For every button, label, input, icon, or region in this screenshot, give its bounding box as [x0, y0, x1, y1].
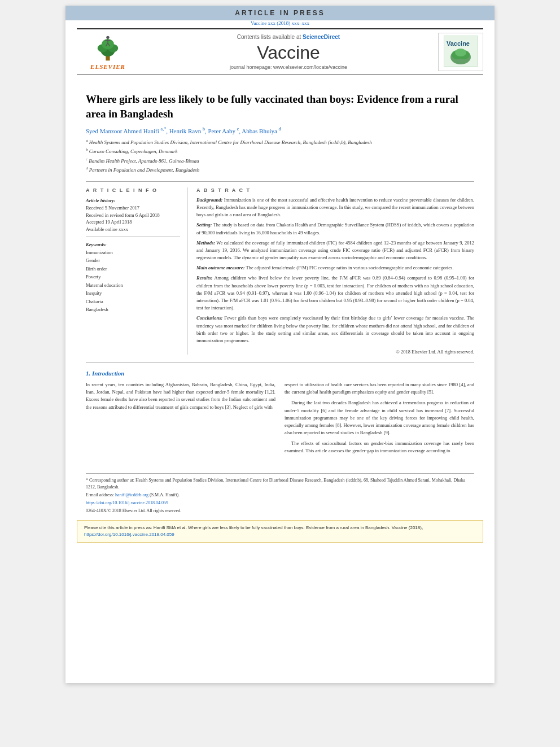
citation-prefix: Please cite this article in press as: Ha…	[84, 525, 423, 530]
doi-footnote-link[interactable]: https://doi.org/10.1016/j.vaccine.2018.0…	[86, 500, 168, 505]
article-title: Where girls are less likely to be fully …	[86, 92, 474, 121]
elsevier-label: ELSEVIER	[90, 63, 125, 70]
citation-bar: Please cite this article in press as: Ha…	[77, 520, 483, 543]
elsevier-logo: ELSEVIER	[77, 34, 139, 70]
vaccine-logo-label: Vaccine	[444, 36, 478, 68]
corresponding-author-text: * Corresponding author at: Health System…	[86, 478, 465, 490]
email-note: E-mail address: hanifi@icddrb.org (S.M.A…	[86, 492, 474, 499]
copyright-line: © 2018 Elsevier Ltd. All rights reserved…	[196, 349, 474, 355]
article-page: ARTICLE IN PRESS Vaccine xxx (2018) xxx–…	[65, 6, 495, 683]
article-info-column: A R T I C L E I N F O Article history: R…	[86, 187, 187, 355]
journal-header: ELSEVIER Contents lists available at Sci…	[77, 28, 483, 75]
sciencedirect-prefix: Contents lists available at	[237, 34, 303, 40]
homepage-prefix: journal homepage:	[230, 64, 273, 70]
issn-text: 0264-410X/© 2018 Elsevier Ltd. All right…	[86, 508, 181, 513]
corresponding-author-note: * Corresponding author at: Health System…	[86, 477, 474, 491]
vaccine-logo-icon: Vaccine	[444, 36, 478, 67]
journal-name: Vaccine	[139, 42, 438, 63]
journal-homepage: journal homepage: www.elsevier.com/locat…	[139, 64, 438, 70]
intro-col-left: In recent years, ten countries including…	[86, 381, 275, 458]
affiliation-d: d Partners in Population and Development…	[86, 165, 474, 174]
aip-banner-text: ARTICLE IN PRESS	[235, 9, 325, 17]
sciencedirect-name: ScienceDirect	[303, 34, 340, 40]
keywords-list: Immunization Gender Birth order Poverty …	[86, 248, 180, 314]
vaccine-logo-box: Vaccine	[438, 33, 483, 71]
journal-center: Contents lists available at ScienceDirec…	[139, 34, 438, 70]
email-link[interactable]: hanifi@icddrb.org	[115, 492, 148, 497]
intro-col-right: respect to utilization of health care se…	[285, 381, 474, 458]
divider	[86, 237, 180, 237]
affiliation-c: c Bandim Health Project, Apartado 861, G…	[86, 156, 474, 165]
article-content: Where girls are less likely to be fully …	[65, 75, 495, 468]
authors-text: Syed Manzoor Ahmed Hanifi a,*, Henrik Ra…	[86, 128, 281, 134]
introduction-section: 1. Introduction In recent years, ten cou…	[86, 362, 474, 458]
authors-line: Syed Manzoor Ahmed Hanifi a,*, Henrik Ra…	[86, 126, 474, 134]
aip-banner: ARTICLE IN PRESS	[65, 6, 495, 20]
sciencedirect-line: Contents lists available at ScienceDirec…	[139, 34, 438, 40]
abstract-text: Background: Immunization is one of the m…	[196, 196, 474, 344]
issn-note: 0264-410X/© 2018 Elsevier Ltd. All right…	[86, 508, 474, 514]
affiliations: a Health Systems and Population Studies …	[86, 138, 474, 174]
history-label: Article history:	[86, 198, 180, 203]
doi-line: Vaccine xxx (2018) xxx–xxx	[65, 20, 495, 26]
svg-point-15	[455, 49, 466, 56]
email-suffix: (S.M.A. Hanifi).	[150, 492, 180, 497]
email-label: E-mail address:	[86, 492, 115, 497]
intro-two-col: In recent years, ten countries including…	[86, 381, 474, 458]
footnotes: * Corresponding author at: Health System…	[86, 473, 474, 514]
affiliation-b: b Caraxo Consulting, Copenhagen, Denmark	[86, 147, 474, 156]
keywords-label: Keywords:	[86, 242, 180, 247]
elsevier-tree-icon	[91, 34, 125, 62]
article-info-abstract: A R T I C L E I N F O Article history: R…	[86, 181, 474, 355]
intro-heading: 1. Introduction	[86, 370, 474, 377]
doi-note: https://doi.org/10.1016/j.vaccine.2018.0…	[86, 500, 474, 506]
svg-text:Vaccine: Vaccine	[447, 40, 470, 47]
affiliation-a: a Health Systems and Population Studies …	[86, 138, 474, 147]
doi-text: Vaccine xxx (2018) xxx–xxx	[251, 20, 309, 26]
svg-point-5	[106, 36, 109, 39]
abstract-heading: A B S T R A C T	[196, 187, 474, 193]
homepage-url: www.elsevier.com/locate/vaccine	[273, 64, 347, 70]
history-text: Received 5 November 2017 Received in rev…	[86, 204, 180, 233]
citation-link[interactable]: https://doi.org/10.1016/j.vaccine.2018.0…	[84, 532, 174, 537]
article-info-heading: A R T I C L E I N F O	[86, 187, 180, 193]
abstract-column: A B S T R A C T Background: Immunization…	[196, 187, 474, 355]
